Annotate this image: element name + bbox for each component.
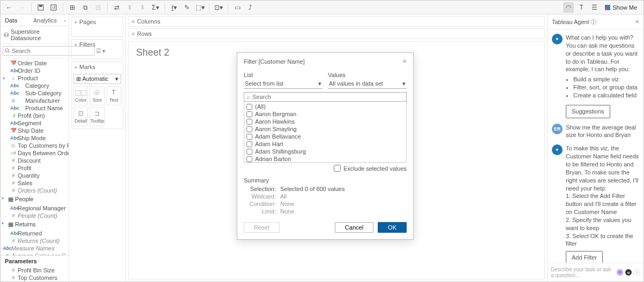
save-icon[interactable] [35, 2, 46, 13]
values-mode-select[interactable]: All values in data set▾ [328, 79, 407, 89]
swap-icon[interactable]: ⇄ [111, 2, 122, 13]
field-segment[interactable]: AbcSegment [1, 119, 69, 127]
field-measure-names[interactable]: AbcMeasure Names [1, 245, 69, 252]
field-ship-date[interactable]: 📅Ship Date [1, 127, 69, 134]
field-returned[interactable]: AbcReturned [1, 230, 69, 237]
list-mode-select[interactable]: Select from list▾ [244, 79, 323, 89]
mark-color[interactable]: ⬚⬚Color [73, 86, 88, 105]
columns-icon: ≡ [132, 19, 135, 25]
summary-header: Summary [244, 177, 407, 184]
mark-detail[interactable]: ⊡Detail [73, 107, 88, 126]
filter-item[interactable]: Aaron Smayling [245, 125, 405, 133]
filter-item[interactable]: Adam Shillingsburg [245, 148, 405, 155]
field-ship-mode[interactable]: AbcShip Mode [1, 134, 69, 142]
forward-icon[interactable]: → [17, 2, 27, 13]
show-labels-icon[interactable]: ⊡▾ [213, 2, 224, 13]
share-icon[interactable]: ⤴ [245, 2, 256, 13]
param-profit-bin-size[interactable]: #Profit Bin Size [1, 266, 69, 274]
field-profit-bin[interactable]: .ılProfit (bin) [1, 112, 69, 119]
field-returns-count[interactable]: #Returns (Count) [1, 237, 69, 245]
filter-item[interactable]: Aaron Bergman [245, 110, 405, 118]
filters-card[interactable]: ▸Filters [71, 39, 123, 59]
table-people[interactable]: ▾▦ People [1, 194, 69, 204]
dialog-close-icon[interactable]: × [402, 57, 407, 65]
param-top-customers[interactable]: #Top Customers [1, 274, 69, 281]
ok-button[interactable]: OK [378, 222, 407, 233]
filter-item[interactable]: Adam Bellavance [245, 133, 405, 140]
exclude-label: Exclude selected values [343, 165, 407, 172]
user-message: Show me the average deal size for Honto … [566, 124, 639, 140]
send-icon[interactable]: ➤ [634, 269, 640, 276]
revert-icon[interactable]: ↺ [48, 2, 59, 13]
field-quantity[interactable]: #Quantity [1, 172, 69, 179]
clear-icon[interactable]: ⊟ [93, 2, 103, 13]
presentation-icon[interactable]: ▭ [232, 2, 243, 13]
bot-avatar-icon: ✦ [552, 144, 563, 155]
filter-search-input[interactable] [252, 94, 404, 100]
field-regional-manager[interactable]: AbcRegional Manager [1, 204, 69, 212]
duplicate-icon[interactable]: ⧉ [80, 2, 91, 13]
filter-item[interactable]: (All) [245, 103, 405, 110]
filter-item[interactable]: Adam Hart [245, 140, 405, 148]
field-orders-count[interactable]: #Orders (Count) [1, 187, 69, 194]
filter-values-list[interactable]: (All)Aaron BergmanAaron HawkinsAaron Sma… [244, 102, 407, 163]
top-toolbar: ← → ↺ ⊞ ⧉ ⊟ ⇄ ⬍ ⬍ Σ▾ ℓ▾ ✎ ⬚▾ ⊡▾ ▭ ⤴ ◠ T … [1, 1, 643, 14]
format-icon[interactable]: ✎ [182, 2, 192, 13]
field-order-date[interactable]: 📅Order Date [1, 59, 69, 67]
sort-desc-icon[interactable]: ⬍ [137, 2, 148, 13]
datasource-row[interactable]: ⛁Superstore Datasource [1, 26, 69, 44]
mark-type-select[interactable]: ⊞ Automatic▾ [73, 74, 121, 84]
totals-icon[interactable]: Σ▾ [150, 2, 161, 13]
collapse-pane-icon[interactable]: ‹ [61, 14, 69, 26]
filter-item[interactable]: Aaron Hawkins [245, 118, 405, 125]
field-days-between[interactable]: =#Days Between Orde... [1, 149, 69, 157]
add-filter-button[interactable]: Add Filter [566, 251, 603, 263]
filter-search[interactable]: ⌕ [244, 92, 407, 102]
field-top-customers[interactable]: ⊙Top Customers by P... [1, 142, 69, 149]
rows-shelf[interactable]: ≡Rows [128, 28, 545, 39]
rows-icon: ≡ [132, 31, 135, 37]
field-product[interactable]: ▾⌂Product [1, 74, 69, 82]
fit-icon[interactable]: ⬚▾ [194, 2, 205, 13]
suggestions-button[interactable]: Suggestions [566, 105, 610, 118]
exclude-checkbox[interactable] [334, 165, 341, 172]
tab-analytics[interactable]: Analytics [29, 14, 61, 26]
tooltip-icon: ⊐ [94, 110, 100, 117]
sort-asc-icon[interactable]: ⬍ [124, 2, 135, 13]
pages-card[interactable]: ▸Pages [71, 17, 123, 37]
wand-icon[interactable]: w [625, 269, 632, 276]
cancel-button[interactable]: Cancel [335, 222, 373, 233]
mark-text[interactable]: TText [107, 86, 122, 105]
show-me-button[interactable]: Show Me [602, 4, 640, 11]
field-discount[interactable]: #Discount [1, 157, 69, 164]
field-sub-category[interactable]: AbcSub-Category [1, 89, 69, 97]
field-category[interactable]: AbcCategory [1, 82, 69, 89]
field-product-name[interactable]: AbcProduct Name [1, 104, 69, 112]
agent-input[interactable]: Describe your task or ask a question... [551, 266, 615, 278]
info-icon[interactable]: i [591, 19, 596, 25]
field-people-count[interactable]: #People (Count) [1, 212, 69, 219]
reset-button[interactable]: Reset [244, 222, 280, 233]
table-returns[interactable]: ▾▦ Returns [1, 219, 69, 230]
agent-toggle-icon[interactable]: ☰ [589, 2, 600, 13]
back-icon[interactable]: ← [4, 2, 14, 13]
field-sales[interactable]: #Sales [1, 179, 69, 187]
mark-tooltip[interactable]: ⊐Tooltip [89, 107, 104, 126]
data-guide-icon[interactable]: ◠ [563, 2, 574, 13]
agent-close-icon[interactable]: × [635, 18, 639, 26]
new-worksheet-icon[interactable]: ⊞ [67, 2, 78, 13]
tableau-agent-panel: Tableau Agent i × ✦ What can I help you … [547, 14, 643, 281]
tab-data[interactable]: Data [1, 14, 29, 26]
format-pane-icon[interactable]: T [576, 2, 587, 13]
mark-size[interactable]: ⦾Size [89, 86, 104, 105]
field-order-id[interactable]: AbcOrder ID [1, 67, 69, 74]
filter-item[interactable]: Adrian Barton [245, 155, 405, 163]
field-manufacturer[interactable]: ⊘Manufacturer [1, 97, 69, 104]
columns-shelf[interactable]: ≡Columns [128, 16, 545, 27]
filter-dialog: Filter [Customer Name]× List Select from… [237, 52, 414, 240]
summary-condition: None [280, 201, 407, 207]
sparkle-icon[interactable]: ✦ [617, 269, 623, 276]
field-profit[interactable]: #Profit [1, 164, 69, 172]
highlight-icon[interactable]: ℓ▾ [169, 2, 179, 13]
field-avg-sales[interactable]: =#Average Sales per C... [1, 252, 69, 255]
